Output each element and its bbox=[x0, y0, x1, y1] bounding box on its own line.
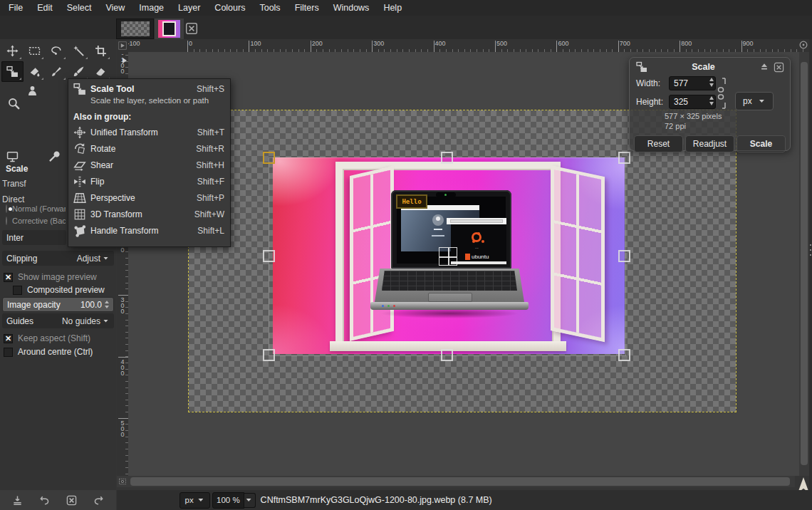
scale-tool-button[interactable] bbox=[1, 61, 24, 82]
height-input[interactable]: 325 bbox=[669, 95, 716, 109]
horizontal-ruler[interactable]: -1000100200300400500600700800900 bbox=[128, 39, 809, 53]
transform-handle-top-middle[interactable] bbox=[441, 152, 453, 164]
menu-colours[interactable]: Colours bbox=[207, 0, 252, 16]
delete-icon[interactable] bbox=[66, 495, 77, 506]
chain-link-icon[interactable] bbox=[715, 77, 727, 110]
close-tab-icon[interactable] bbox=[185, 22, 198, 35]
clipping-dropdown[interactable]: Clipping Adjust bbox=[2, 251, 114, 266]
tool-options-title: Scale bbox=[6, 164, 28, 174]
ruler-tick bbox=[118, 295, 128, 296]
device-status-dock-tab-button[interactable] bbox=[43, 146, 65, 167]
scale-tool-icon bbox=[636, 61, 647, 73]
interpolation-dropdown[interactable]: Inter bbox=[2, 230, 66, 245]
close-dialog-icon[interactable] bbox=[774, 62, 784, 73]
ruler-label: 800 bbox=[681, 40, 692, 47]
ruler-label: 100 bbox=[250, 40, 261, 47]
menu-filters[interactable]: Filters bbox=[288, 0, 326, 16]
zoom-tool-button[interactable] bbox=[3, 93, 25, 114]
popup-item-perspective[interactable]: PerspectiveShift+P bbox=[68, 189, 230, 206]
status-zoom-value[interactable]: 100 % bbox=[212, 492, 244, 509]
menu-tools[interactable]: Tools bbox=[252, 0, 287, 16]
image-opacity-slider[interactable]: Image opacity 100.0 bbox=[2, 297, 114, 312]
direction-corrective-radio[interactable]: Corrective (Backward) bbox=[6, 216, 66, 226]
vertical-scrollbar-thumb[interactable] bbox=[801, 62, 808, 465]
right-dock-edge bbox=[809, 39, 812, 490]
transform-handle-top-right[interactable] bbox=[618, 152, 630, 164]
detach-dialog-icon[interactable] bbox=[759, 62, 769, 72]
image-tab-empty[interactable] bbox=[116, 19, 154, 39]
direction-normal-radio[interactable]: Normal (Forward) bbox=[6, 204, 66, 214]
transform-handle-middle-left[interactable] bbox=[263, 250, 275, 262]
ruler-origin-button[interactable] bbox=[117, 39, 128, 52]
transform-handle-bottom-right[interactable] bbox=[618, 349, 630, 361]
width-spinner[interactable] bbox=[709, 78, 714, 87]
transform-handle-top-left[interactable] bbox=[263, 152, 275, 164]
menu-image[interactable]: Image bbox=[132, 0, 171, 16]
keep-aspect-checkbox[interactable]: ✕ Keep aspect (Shift) bbox=[4, 333, 90, 343]
menu-windows[interactable]: Windows bbox=[326, 0, 377, 16]
radio-icon bbox=[6, 217, 7, 225]
menu-file[interactable]: File bbox=[1, 0, 30, 16]
unit-dropdown[interactable]: px bbox=[735, 92, 774, 110]
popup-item-handle-transform[interactable]: Handle TransformShift+L bbox=[68, 222, 230, 239]
status-zoom-dropdown[interactable] bbox=[244, 493, 256, 508]
around-centre-checkbox[interactable]: Around centre (Ctrl) bbox=[4, 347, 93, 357]
menu-edit[interactable]: Edit bbox=[30, 0, 60, 16]
rectangle-select-tool-button[interactable] bbox=[24, 41, 46, 61]
popup-item-flip[interactable]: FlipShift+F bbox=[68, 173, 230, 189]
image-thumbnail bbox=[158, 20, 180, 38]
guides-dropdown[interactable]: Guides No guides bbox=[2, 313, 114, 328]
save-icon[interactable] bbox=[12, 495, 23, 506]
height-spinner[interactable] bbox=[709, 96, 714, 105]
reset-icon[interactable] bbox=[93, 495, 104, 506]
vertical-scrollbar[interactable] bbox=[799, 52, 809, 476]
ink-tool-button[interactable] bbox=[46, 61, 68, 82]
ruler-label: 400 bbox=[435, 40, 446, 47]
status-bar: px 100 % CNftmSBM7mrKyG3GLoQjwG-1200-80.… bbox=[117, 490, 812, 510]
scale-dialog-buttons: ResetReadjustScale bbox=[630, 131, 790, 152]
tool-group-popup: Scale Tool Shift+S Scale the layer, sele… bbox=[68, 78, 231, 247]
scale-button[interactable]: Scale bbox=[736, 135, 786, 152]
height-label: Height: bbox=[636, 97, 665, 107]
zoom-follow-window-button[interactable] bbox=[798, 40, 808, 51]
show-image-preview-checkbox[interactable]: ✕ Show image preview bbox=[4, 272, 97, 282]
menu-layer[interactable]: Layer bbox=[171, 0, 207, 16]
horizontal-scrollbar-thumb[interactable] bbox=[130, 477, 790, 486]
scale-dialog: Scale Width: 577 Height: 325 px 577 bbox=[629, 57, 791, 151]
chevron-down-icon bbox=[103, 319, 110, 323]
ruler-tick bbox=[680, 41, 680, 52]
move-tool-button[interactable] bbox=[1, 41, 24, 61]
opacity-spinner[interactable] bbox=[105, 301, 109, 308]
quick-mask-toggle[interactable] bbox=[117, 476, 128, 487]
bucket-fill-tool-button[interactable] bbox=[24, 61, 46, 82]
ruler-label: 600 bbox=[558, 40, 568, 47]
undo-icon[interactable] bbox=[39, 495, 50, 506]
width-input[interactable]: 577 bbox=[669, 76, 716, 90]
composited-preview-checkbox[interactable]: Composited preview bbox=[13, 285, 105, 295]
transform-handle-bottom-left[interactable] bbox=[263, 349, 275, 361]
fuzzy-select-tool-button[interactable] bbox=[68, 41, 90, 61]
ruler-label: 900 bbox=[743, 40, 754, 47]
popup-item-rotate[interactable]: RotateShift+R bbox=[68, 140, 230, 157]
unified-icon bbox=[73, 126, 86, 139]
status-unit-dropdown[interactable]: px bbox=[179, 492, 210, 509]
ruler-label: 500 bbox=[119, 420, 126, 437]
ruler-tick bbox=[187, 41, 188, 52]
menu-select[interactable]: Select bbox=[60, 0, 99, 16]
image-tab-current[interactable] bbox=[155, 19, 184, 39]
handle-icon bbox=[73, 224, 86, 237]
ruler-tick bbox=[495, 41, 496, 52]
popup-item-shear[interactable]: ShearShift+H bbox=[68, 157, 230, 173]
transform-handle-bottom-middle[interactable] bbox=[441, 349, 453, 361]
popup-item-unified-transform[interactable]: Unified TransformShift+T bbox=[68, 124, 230, 140]
crop-tool-button[interactable] bbox=[90, 41, 112, 61]
menu-help[interactable]: Help bbox=[376, 0, 409, 16]
horizontal-scrollbar[interactable] bbox=[128, 476, 795, 487]
popup-item-3d-transform[interactable]: 3D TransformShift+W bbox=[68, 206, 230, 222]
free-select-tool-button[interactable] bbox=[46, 41, 68, 61]
menu-view[interactable]: View bbox=[98, 0, 132, 16]
readjust-button[interactable]: Readjust bbox=[685, 135, 734, 152]
transform-pivot-handle[interactable] bbox=[439, 247, 457, 266]
transform-handle-middle-right[interactable] bbox=[618, 250, 630, 262]
reset-button[interactable]: Reset bbox=[634, 135, 683, 152]
